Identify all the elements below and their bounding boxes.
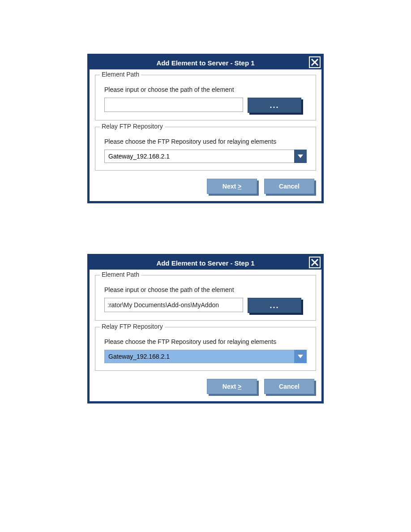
- cancel-button[interactable]: Cancel: [264, 379, 314, 394]
- browse-button-label: ...: [270, 101, 279, 110]
- cancel-button-label: Cancel: [279, 183, 300, 190]
- next-button[interactable]: Next >: [207, 379, 257, 394]
- close-icon: [311, 58, 319, 66]
- next-button-label: Next >: [223, 183, 241, 190]
- close-button[interactable]: [309, 257, 321, 268]
- close-icon: [311, 258, 319, 266]
- browse-button[interactable]: ...: [248, 298, 301, 313]
- ftp-repo-selected[interactable]: Gateway_192.168.2.1: [104, 150, 307, 163]
- element-path-prompt: Please input or choose the path of the e…: [104, 86, 309, 93]
- ftp-repo-select[interactable]: Gateway_192.168.2.1: [104, 150, 307, 163]
- ftp-repo-value: Gateway_192.168.2.1: [108, 353, 170, 360]
- dialog-title: Add Element to Server - Step 1: [156, 59, 254, 67]
- ftp-repo-group: Relay FTP Repository Please choose the F…: [95, 127, 316, 171]
- element-path-legend: Element Path: [100, 271, 141, 278]
- element-path-prompt: Please input or choose the path of the e…: [104, 286, 309, 293]
- browse-button[interactable]: ...: [248, 98, 301, 113]
- ftp-repo-prompt: Please choose the FTP Repository used fo…: [104, 138, 309, 145]
- dialog-footer: Next > Cancel: [95, 177, 316, 195]
- ftp-repo-selected[interactable]: Gateway_192.168.2.1: [104, 350, 307, 363]
- svg-marker-2: [298, 154, 303, 158]
- dropdown-arrow[interactable]: [294, 150, 307, 163]
- dialog-body: Element Path Please input or choose the …: [90, 270, 321, 401]
- cancel-button-label: Cancel: [279, 383, 300, 390]
- svg-marker-5: [298, 355, 303, 358]
- ftp-repo-prompt: Please choose the FTP Repository used fo…: [104, 338, 309, 345]
- ftp-repo-value: Gateway_192.168.2.1: [108, 153, 170, 160]
- ftp-repo-legend: Relay FTP Repository: [100, 123, 165, 130]
- ftp-repo-group: Relay FTP Repository Please choose the F…: [95, 327, 316, 371]
- next-button[interactable]: Next >: [207, 179, 257, 194]
- next-button-label: Next >: [223, 383, 241, 390]
- element-path-group: Element Path Please input or choose the …: [95, 75, 316, 120]
- titlebar: Add Element to Server - Step 1: [90, 56, 321, 69]
- chevron-down-icon: [298, 154, 303, 158]
- dialog-title: Add Element to Server - Step 1: [156, 259, 254, 267]
- browse-button-label: ...: [270, 301, 279, 310]
- element-path-legend: Element Path: [100, 71, 141, 78]
- element-path-group: Element Path Please input or choose the …: [95, 275, 316, 321]
- ftp-repo-legend: Relay FTP Repository: [100, 323, 165, 330]
- chevron-down-icon: [298, 355, 303, 358]
- ftp-repo-select[interactable]: Gateway_192.168.2.1: [104, 350, 307, 363]
- dropdown-arrow[interactable]: [294, 350, 307, 363]
- titlebar: Add Element to Server - Step 1: [90, 256, 321, 270]
- wizard-dialog: Add Element to Server - Step 1 Element P…: [87, 254, 324, 403]
- cancel-button[interactable]: Cancel: [264, 179, 314, 194]
- close-button[interactable]: [309, 56, 321, 68]
- dialog-body: Element Path Please input or choose the …: [90, 69, 321, 201]
- element-path-input[interactable]: [104, 298, 243, 312]
- wizard-dialog: Add Element to Server - Step 1 Element P…: [87, 54, 324, 203]
- element-path-input[interactable]: [104, 98, 243, 112]
- dialog-footer: Next > Cancel: [95, 377, 316, 395]
